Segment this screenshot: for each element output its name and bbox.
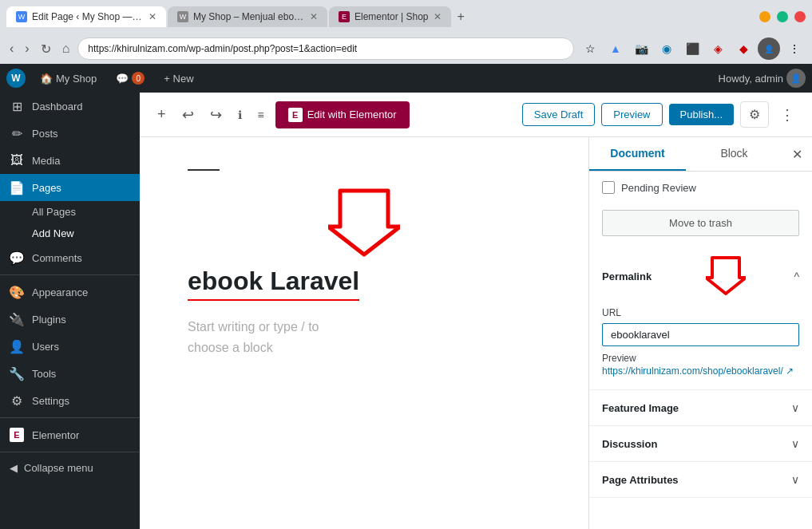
pending-review-checkbox[interactable] <box>602 181 615 194</box>
block-info-button[interactable]: ℹ <box>233 104 247 126</box>
tab-favicon-2: W <box>177 11 188 22</box>
sidebar-item-posts[interactable]: ✏ Posts <box>0 120 140 147</box>
sidebar-item-plugins[interactable]: 🔌 Plugins <box>0 306 140 333</box>
sidebar-item-settings[interactable]: ⚙ Settings <box>0 387 140 414</box>
tab-favicon-1: W <box>16 11 27 22</box>
tab-close-3[interactable]: ✕ <box>434 11 442 22</box>
move-to-trash-button[interactable]: Move to trash <box>602 210 799 236</box>
sidebar-item-tools[interactable]: 🔧 Tools <box>0 360 140 387</box>
featured-image-section[interactable]: Featured Image ∨ <box>589 390 812 426</box>
placeholder-line2: choose a block <box>188 341 273 354</box>
sidebar-item-pages[interactable]: 📄 Pages <box>0 174 140 201</box>
adminbar-comments[interactable]: 💬 0 <box>111 64 149 93</box>
tab-myshop[interactable]: W My Shop – Menjual ebook Larav... ✕ <box>168 6 327 27</box>
user-avatar[interactable]: 👤 <box>786 69 806 88</box>
minimize-button[interactable] <box>759 11 770 22</box>
collapse-icon: ◀ <box>10 462 18 474</box>
save-draft-button[interactable]: Save Draft <box>522 103 595 126</box>
elementor-icon: E <box>10 428 24 442</box>
tab-close-1[interactable]: ✕ <box>149 11 156 22</box>
chrome-menu-icon[interactable]: ⋮ <box>783 38 806 60</box>
tab-elementor[interactable]: E Elementor | Shop ✕ <box>329 6 451 27</box>
preview-button[interactable]: Preview <box>601 103 662 126</box>
extension-icon1[interactable]: ◉ <box>656 38 678 60</box>
editor-area: + ↩ ↪ ℹ ≡ E Edit with Elementor Save Dra… <box>140 93 812 529</box>
more-options-button[interactable]: ⋮ <box>775 101 799 128</box>
reload-button[interactable]: ↻ <box>38 38 54 60</box>
tab-title-1: Edit Page ‹ My Shop — WordPre... <box>32 11 144 22</box>
discussion-title: Discussion <box>602 438 657 450</box>
panel-close-button[interactable]: ✕ <box>782 137 812 171</box>
camera-icon[interactable]: 📷 <box>630 38 652 60</box>
browser-toolbar-icons: ☆ ▲ 📷 ◉ ⬛ ◈ ◆ 👤 ⋮ <box>579 38 806 60</box>
page-editor[interactable]: ebook Laravel Start writing or type / to… <box>140 137 588 529</box>
bookmark-icon[interactable]: ☆ <box>579 38 601 60</box>
main-layout: W 🏠 My Shop 💬 0 + New Howdy, admin 👤 <box>0 64 812 529</box>
adminbar-new[interactable]: + New <box>159 64 198 93</box>
featured-image-chevron: ∨ <box>791 401 799 414</box>
redo-button[interactable]: ↪ <box>205 101 227 128</box>
sidebar-item-dashboard[interactable]: ⊞ Dashboard <box>0 93 140 120</box>
undo-button[interactable]: ↩ <box>177 101 199 128</box>
annotation-arrow-2 <box>706 255 746 295</box>
extension-icon3[interactable]: ◈ <box>707 38 729 60</box>
elementor-btn-label: Edit with Elementor <box>307 109 397 120</box>
new-tab-button[interactable]: + <box>453 6 469 27</box>
tab-close-2[interactable]: ✕ <box>310 11 318 22</box>
tab-block[interactable]: Block <box>686 137 782 171</box>
page-placeholder[interactable]: Start writing or type / to choose a bloc… <box>188 317 541 357</box>
google-drive-icon[interactable]: ▲ <box>604 38 627 60</box>
sidebar-label-pages: Pages <box>32 182 61 194</box>
sidebar-subitem-all-pages[interactable]: All Pages <box>0 201 140 223</box>
page-title-text[interactable]: ebook Laravel <box>188 266 359 301</box>
pending-review-section: Pending Review <box>589 172 812 203</box>
block-nav-button[interactable]: ≡ <box>253 104 269 126</box>
adminbar-site[interactable]: 🏠 My Shop <box>35 64 101 93</box>
wp-admin-bar: W 🏠 My Shop 💬 0 + New Howdy, admin 👤 <box>0 64 812 93</box>
sidebar-item-appearance[interactable]: 🎨 Appearance <box>0 278 140 306</box>
address-bar-text: https://khirulnizam.com/wp-admin/post.ph… <box>88 43 564 54</box>
sidebar-divider-2 <box>0 417 140 418</box>
wp-logo[interactable]: W <box>6 69 26 88</box>
sidebar-label-users: Users <box>32 341 59 353</box>
forward-button[interactable]: › <box>22 38 32 59</box>
sidebar-label-tools: Tools <box>32 368 56 380</box>
address-bar[interactable]: https://khirulnizam.com/wp-admin/post.ph… <box>77 38 574 60</box>
maximize-button[interactable] <box>777 11 788 22</box>
comments-count: 0 <box>132 72 145 85</box>
sidebar-item-comments[interactable]: 💬 Comments <box>0 244 140 271</box>
sidebar-item-elementor[interactable]: E Elementor <box>0 421 140 448</box>
preview-url-link[interactable]: https://khirulnizam.com/shop/ebooklarave… <box>602 365 794 377</box>
home-button[interactable]: ⌂ <box>59 38 73 59</box>
edit-with-elementor-button[interactable]: E Edit with Elementor <box>275 101 410 128</box>
sidebar-label-plugins: Plugins <box>32 314 66 326</box>
sidebar-item-users[interactable]: 👤 Users <box>0 333 140 360</box>
extension-icon4[interactable]: ◆ <box>732 38 755 60</box>
page-attributes-section[interactable]: Page Attributes ∨ <box>589 462 812 498</box>
permalink-chevron[interactable]: ^ <box>794 270 799 283</box>
content-area: ⊞ Dashboard ✏ Posts 🖼 Media 📄 Pages All … <box>0 93 812 529</box>
profile-icon[interactable]: 👤 <box>758 38 780 60</box>
tab-document[interactable]: Document <box>589 137 686 171</box>
sidebar-label-appearance: Appearance <box>32 286 88 298</box>
right-panel: Document Block ✕ Pending Review Move <box>588 137 812 529</box>
page-attributes-title: Page Attributes <box>602 474 679 486</box>
posts-icon: ✏ <box>10 126 24 140</box>
settings-button[interactable]: ⚙ <box>740 101 769 128</box>
right-panel-tabs: Document Block ✕ <box>589 137 812 172</box>
sidebar-divider-3 <box>0 452 140 452</box>
add-block-button[interactable]: + <box>152 101 171 128</box>
new-content-label: + New <box>164 73 193 85</box>
collapse-menu-item[interactable]: ◀ Collapse menu <box>0 456 140 480</box>
back-button[interactable]: ‹ <box>6 38 17 59</box>
tab-edit-page[interactable]: W Edit Page ‹ My Shop — WordPre... ✕ <box>6 6 166 27</box>
sidebar-subitem-add-new[interactable]: Add New <box>0 223 140 244</box>
sidebar-item-media[interactable]: 🖼 Media <box>0 147 140 174</box>
publish-button[interactable]: Publish... <box>669 104 734 125</box>
close-button[interactable] <box>794 11 806 22</box>
extension-icon2[interactable]: ⬛ <box>681 38 703 60</box>
discussion-section[interactable]: Discussion ∨ <box>589 426 812 462</box>
page-divider <box>188 169 220 171</box>
url-input[interactable] <box>602 323 799 346</box>
sidebar-label-dashboard: Dashboard <box>32 101 83 113</box>
